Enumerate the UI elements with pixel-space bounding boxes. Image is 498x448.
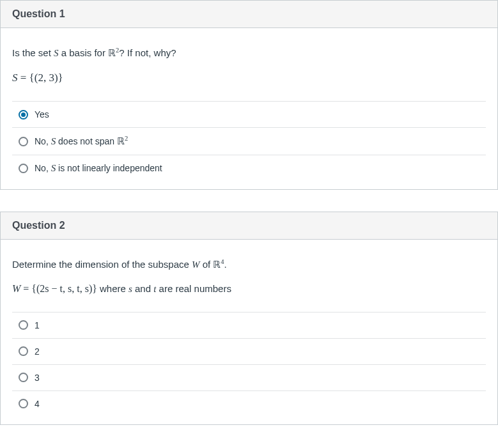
q1-prompt-mid: a basis for: [59, 47, 109, 58]
q2-option-4[interactable]: 4: [12, 391, 486, 417]
q2-tail-mid: and: [132, 283, 153, 294]
q2-option-1[interactable]: 1: [12, 313, 486, 339]
text: does not span: [56, 136, 117, 146]
q1-option-yes-label: Yes: [35, 109, 49, 120]
q1-option-no-span[interactable]: No, S does not span ℝ2: [12, 128, 486, 155]
text: No,: [35, 136, 51, 146]
question-2: Question 2 Determine the dimension of th…: [0, 212, 498, 425]
q2-option-2[interactable]: 2: [12, 339, 486, 365]
q1-setdef-rhs: {(2, 3)}: [29, 72, 63, 84]
question-1-answers: Yes No, S does not span ℝ2 No, S is not …: [12, 101, 486, 182]
q2-option-4-label: 4: [35, 399, 40, 409]
q2-w-eq: =: [20, 283, 31, 294]
q2-space-R4: ℝ4: [213, 259, 224, 270]
q1-set-symbol: S: [54, 48, 59, 58]
q2-prompt-post: .: [224, 259, 227, 270]
radio-icon: [19, 346, 28, 356]
question-2-prompt: Determine the dimension of the subspace …: [12, 258, 486, 297]
question-1-body: Is the set S a basis for ℝ2? If not, why…: [1, 28, 497, 189]
question-2-header: Question 2: [1, 212, 497, 240]
radio-icon: [19, 110, 28, 120]
q1-setdef-lhs: S: [12, 72, 18, 84]
radio-icon: [19, 320, 28, 330]
space-R2: ℝ2: [117, 136, 128, 146]
question-2-answers: 1 2 3 4: [12, 312, 486, 417]
q2-prompt-pre: Determine the dimension of the subspace: [12, 259, 192, 270]
q2-prompt-mid: of: [200, 259, 214, 270]
q1-option-no-span-label: No, S does not span ℝ2: [35, 135, 128, 147]
q2-option-2-label: 2: [35, 346, 40, 357]
radio-icon: [19, 399, 28, 408]
q2-option-3-label: 3: [35, 373, 40, 383]
q2-tail-post: are real numbers: [156, 283, 231, 294]
q1-setdef-eq: =: [18, 72, 29, 84]
q2-option-3[interactable]: 3: [12, 365, 486, 391]
question-1-header: Question 1: [1, 1, 497, 28]
text: No,: [35, 163, 51, 173]
q2-option-1-label: 1: [35, 320, 40, 330]
q2-W-symbol: W: [192, 259, 200, 270]
q1-space-R2: ℝ2: [108, 48, 119, 58]
q2-w-lhs: W: [12, 283, 20, 294]
q1-option-no-independent-label: No, S is not linearly independent: [35, 163, 162, 174]
q1-option-yes[interactable]: Yes: [12, 102, 486, 128]
q1-option-no-independent[interactable]: No, S is not linearly independent: [12, 155, 486, 182]
radio-icon: [19, 164, 28, 173]
q1-prompt-pre: Is the set: [12, 47, 54, 58]
radio-icon: [19, 137, 28, 146]
question-1-prompt: Is the set S a basis for ℝ2? If not, why…: [12, 46, 486, 86]
q1-prompt-post: ? If not, why?: [119, 47, 176, 58]
text: is not linearly independent: [56, 163, 162, 173]
question-1: Question 1 Is the set S a basis for ℝ2? …: [0, 0, 498, 190]
q2-tail-pre: where: [100, 283, 128, 294]
question-2-body: Determine the dimension of the subspace …: [1, 240, 497, 424]
q2-w-set: {(2s − t, s, t, s)}: [31, 283, 97, 294]
radio-icon: [19, 373, 28, 382]
